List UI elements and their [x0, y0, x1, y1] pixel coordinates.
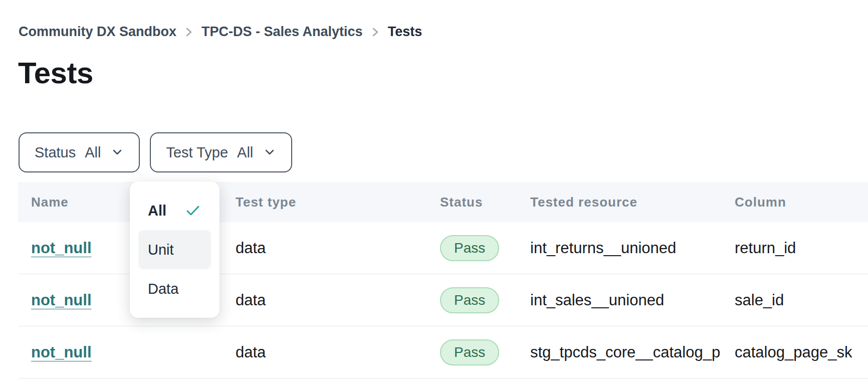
status-filter-label: Status — [35, 144, 76, 161]
menu-option-unit[interactable]: Unit — [138, 230, 211, 269]
test-type-cell: data — [223, 239, 427, 257]
column-cell: return_id — [722, 239, 868, 257]
tested-resource-cell: int_returns__unioned — [517, 239, 722, 257]
menu-option-data[interactable]: Data — [138, 269, 211, 308]
chevron-right-icon — [184, 26, 194, 39]
column-header-column: Column — [722, 195, 868, 210]
column-cell: sale_id — [722, 291, 868, 309]
test-type-cell: data — [223, 291, 427, 309]
table-row: not_null data Pass stg_tpcds_core__catal… — [18, 326, 868, 378]
breadcrumb-item-environment[interactable]: TPC-DS - Sales Analytics — [201, 24, 363, 40]
status-badge: Pass — [440, 339, 499, 365]
status-filter-value: All — [85, 144, 101, 161]
column-header-test-type: Test type — [223, 195, 427, 210]
test-type-filter-button[interactable]: Test Type All — [150, 132, 292, 172]
test-name-link[interactable]: not_null — [31, 291, 92, 309]
chevron-down-icon — [263, 148, 276, 157]
menu-option-label: Data — [148, 281, 178, 297]
filters-bar: Status All Test Type All — [19, 132, 292, 172]
test-type-filter-value: All — [237, 144, 253, 161]
test-type-dropdown-menu: All Unit Data — [130, 181, 220, 318]
chevron-right-icon — [370, 26, 380, 39]
breadcrumb-item-project[interactable]: Community DX Sandbox — [19, 24, 176, 40]
chevron-down-icon — [111, 148, 124, 157]
menu-option-label: Unit — [148, 242, 174, 258]
test-type-filter-label: Test Type — [166, 144, 228, 161]
column-header-status: Status — [427, 195, 517, 210]
page-title: Tests — [18, 55, 93, 91]
menu-option-label: All — [148, 203, 166, 219]
test-type-cell: data — [223, 343, 427, 361]
tested-resource-cell: int_sales__unioned — [517, 291, 722, 309]
breadcrumb: Community DX Sandbox TPC-DS - Sales Anal… — [19, 24, 422, 40]
check-icon — [184, 204, 201, 217]
column-cell: catalog_page_sk — [722, 343, 868, 361]
status-badge: Pass — [440, 235, 499, 261]
menu-option-all[interactable]: All — [138, 191, 211, 230]
breadcrumb-item-current: Tests — [388, 24, 422, 40]
test-name-link[interactable]: not_null — [31, 239, 92, 257]
tested-resource-cell: stg_tpcds_core__catalog_p… — [517, 343, 722, 361]
test-name-link[interactable]: not_null — [31, 343, 92, 361]
column-header-tested-resource: Tested resource — [517, 195, 722, 210]
status-badge: Pass — [440, 287, 499, 313]
status-filter-button[interactable]: Status All — [19, 132, 140, 172]
